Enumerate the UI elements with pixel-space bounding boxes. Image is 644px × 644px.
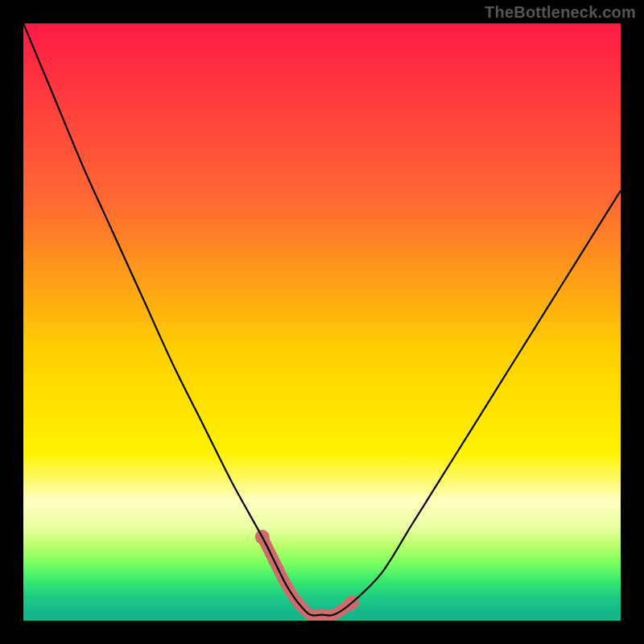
chart-background (23, 23, 621, 621)
plot-area (23, 23, 621, 621)
chart-svg (23, 23, 621, 621)
chart-frame: TheBottleneck.com (0, 0, 644, 644)
watermark-label: TheBottleneck.com (485, 3, 636, 22)
